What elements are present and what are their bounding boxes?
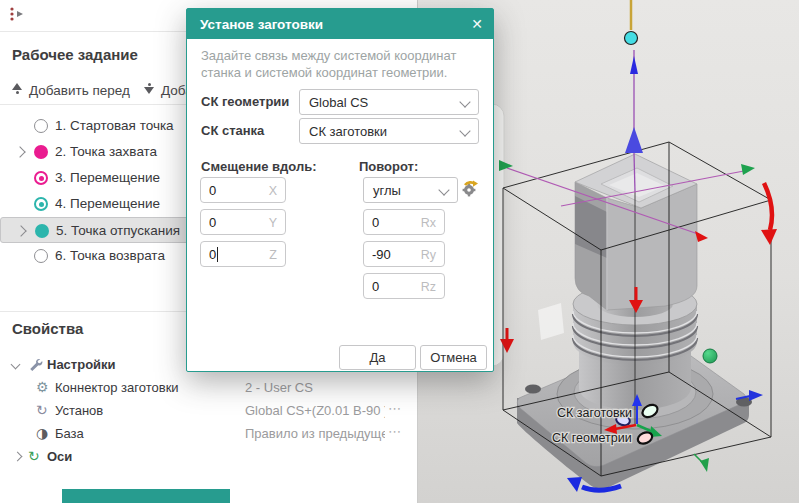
gear-icon: ⚙ [36,378,49,396]
dialog-header[interactable]: Установ заготовки ✕ [187,9,493,39]
workpiece-setup-dialog: Установ заготовки ✕ Задайте связь между … [186,8,494,372]
panel-menu-icon[interactable] [7,5,25,23]
dialog-description: Задайте связь между системой координат с… [201,47,483,81]
point-marker-icon [34,249,48,263]
ellipsis-button[interactable]: ⋯ [388,401,402,416]
insert-before-icon [11,83,23,97]
sphere-handle-green[interactable] [703,349,717,363]
insert-after-icon [143,83,155,97]
add-before-label: Добавить перед [29,83,130,98]
z-axis-small-arrow-icon [630,56,638,74]
chevron-right-icon[interactable] [14,146,25,157]
chevron-down-icon[interactable] [11,360,21,370]
point-marker-icon [34,171,48,185]
offset-x-field[interactable]: X [200,177,286,203]
offset-section-label: Смещение вдоль: [201,159,317,174]
app-window: Рабочее задание Добавить перед Добавить … [0,0,799,503]
cancel-button[interactable]: Отмена [420,345,487,370]
machine-cs-select[interactable]: СК заготовки [299,118,479,144]
geometry-cs-label: СК геометрии [201,94,289,109]
geometry-cs-label: СК геометрии [552,431,632,445]
move-handle-green-bottom[interactable] [694,454,709,472]
prop-row-axes[interactable]: ↻ Оси [0,445,417,468]
point-marker-icon [34,119,48,133]
ry-field[interactable]: Ry [363,241,445,267]
rotation-mode-select[interactable]: углы [363,177,458,203]
z-axis-arrow-icon [625,127,643,153]
rotation-section-label: Поворот: [359,159,418,174]
axes-rotate-icon: ↻ [28,447,40,465]
rx-field[interactable]: Rx [363,209,445,235]
prop-row-setup[interactable]: ↻ Установ Global CS+(Z0.01 B-90 ) ⋯ [0,399,417,422]
rz-field[interactable]: Rz [363,273,445,299]
prop-value: Global CS+(Z0.01 B-90 ) [245,403,385,418]
rotation-gear-icon[interactable] [461,180,479,198]
prop-row-connector[interactable]: ⚙ Коннектор заготовки 2 - User CS [0,376,417,399]
datum-icon: ◑ [36,424,48,442]
rotate-icon: ↻ [36,401,48,419]
horizontal-scrollbar[interactable] [62,489,230,503]
work-task-title: Рабочее задание [12,46,138,63]
chevron-right-icon[interactable] [13,452,23,462]
wrench-icon [28,357,43,372]
y2-axis-arrow-icon [741,164,755,175]
prop-value: Правило из предыдущей [245,426,385,441]
prop-value: 2 - User CS [245,380,313,395]
rotate-handle-red[interactable] [761,183,777,245]
properties-title: Свойства [12,320,83,337]
geometry-cs-select[interactable]: Global CS [299,89,479,115]
ok-button[interactable]: Да [339,345,416,370]
offset-y-field[interactable]: Y [200,209,286,235]
point-marker-icon [34,197,48,211]
dialog-title: Установ заготовки [200,17,323,32]
offset-z-field[interactable]: Z [200,241,286,267]
approach-point-marker[interactable] [625,0,638,45]
prop-row-base[interactable]: ◑ База Правило из предыдущей ⋯ [0,422,417,445]
point-marker-icon [35,224,49,238]
chevron-right-icon[interactable] [15,225,26,236]
ellipsis-button[interactable]: ⋯ [388,424,402,439]
close-icon[interactable]: ✕ [471,16,483,32]
machine-cs-label: СК станка [201,123,264,138]
workpiece-cs-label: СК заготовки [557,406,632,420]
point-marker-icon [34,145,48,159]
text-caret [217,247,218,262]
add-before-button[interactable]: Добавить перед [11,80,130,100]
